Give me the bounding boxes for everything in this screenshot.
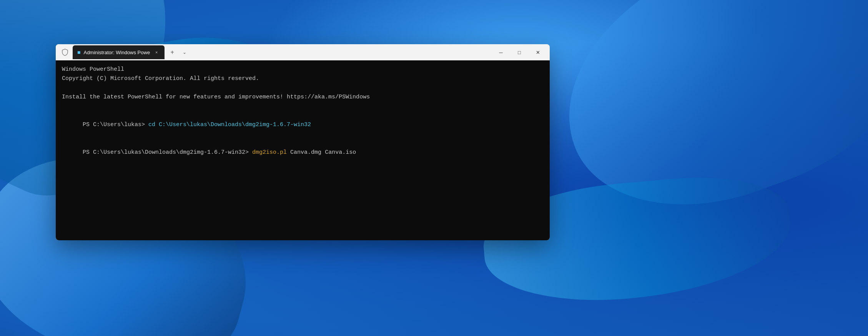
shield-icon: [62, 49, 68, 56]
prompt2-prefix: PS C:\Users\lukas\Downloads\dmg2img-1.6.…: [83, 149, 252, 156]
terminal-content[interactable]: Windows PowerShell Copyright (C) Microso…: [56, 60, 550, 240]
title-bar: ■ Administrator: Windows Powe × + ⌄ ─ □ …: [56, 44, 550, 60]
prompt1-cmd: cd C:\Users\lukas\Downloads\dmg2img-1.6.…: [148, 121, 311, 128]
prompt-line-2: PS C:\Users\lukas\Downloads\dmg2img-1.6.…: [62, 139, 544, 166]
blank-line-1: [62, 83, 544, 93]
prompt2-cmd: dmg2iso.pl: [252, 149, 287, 156]
security-button[interactable]: [59, 46, 71, 58]
close-window-button[interactable]: ✕: [529, 46, 547, 58]
maximize-button[interactable]: □: [510, 46, 528, 58]
terminal-window: ■ Administrator: Windows Powe × + ⌄ ─ □ …: [56, 44, 550, 240]
output-line-1: Windows PowerShell: [62, 65, 544, 74]
tab-label: Administrator: Windows Powe: [83, 50, 150, 55]
tab-ps-icon: ■: [77, 49, 80, 55]
minimize-button[interactable]: ─: [492, 46, 510, 58]
tab-area: ■ Administrator: Windows Powe × + ⌄: [59, 44, 492, 60]
prompt-line-1: PS C:\Users\lukas> cd C:\Users\lukas\Dow…: [62, 111, 544, 139]
tab-close-button[interactable]: ×: [153, 49, 160, 56]
output-line-2: Copyright (C) Microsoft Corporation. All…: [62, 74, 544, 83]
prompt2-args: Canva.dmg Canva.iso: [287, 149, 356, 156]
prompt1-prefix: PS C:\Users\lukas>: [83, 121, 148, 128]
new-tab-button[interactable]: +: [166, 46, 178, 58]
blank-line-2: [62, 102, 544, 111]
output-line-4: Install the latest PowerShell for new fe…: [62, 93, 544, 102]
tab-dropdown-button[interactable]: ⌄: [179, 47, 190, 58]
powershell-tab[interactable]: ■ Administrator: Windows Powe ×: [73, 45, 165, 59]
window-controls: ─ □ ✕: [492, 46, 547, 58]
